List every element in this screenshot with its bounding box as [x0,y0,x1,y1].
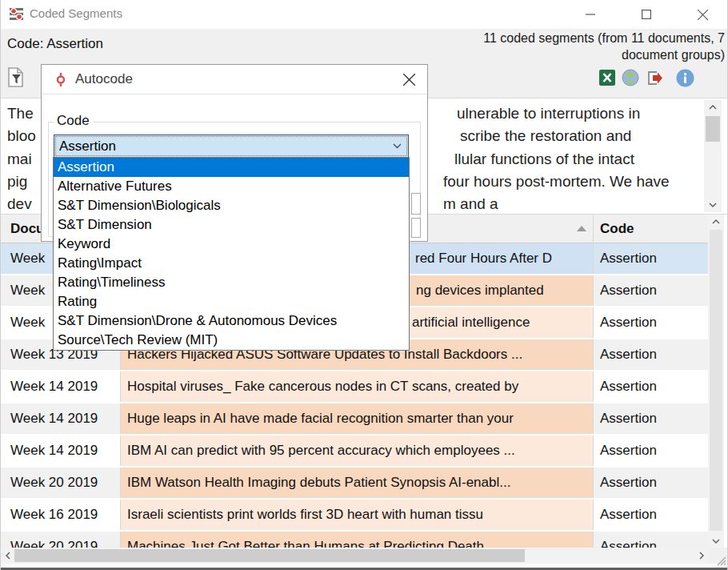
scroll-left-icon[interactable] [1,548,14,564]
table-vertical-scrollbar[interactable] [708,215,724,548]
preview-text: Machines Just Got Better than Humans at … [127,532,484,548]
dialog-close-icon[interactable] [403,74,415,86]
code-cell: Assertion [594,500,708,530]
scrollbar-thumb[interactable] [706,116,720,142]
table-row[interactable]: Week 20 2019IBM Watson Health Imaging de… [1,468,708,500]
text-fragment: bloo [7,127,36,145]
preview-text: Israeli scientists print worlds first 3D… [127,500,483,530]
dropdown-option[interactable]: S&T Dimension\Biologicals [54,196,409,215]
dialog-title: Autocode [75,71,133,87]
dropdown-option[interactable]: Alternative Futures [54,177,409,196]
code-cell: Assertion [594,339,708,370]
document-cell: Week 20 2019 [1,468,121,498]
table-row[interactable]: Week 14 2019Hospital viruses_ Fake cance… [1,371,708,403]
minimize-button[interactable] [582,6,598,22]
segment-count-summary: 11 coded segments (from 11 documents, 7 … [381,30,725,62]
code-cell: Assertion [594,243,708,274]
scrollbar-thumb[interactable] [710,230,722,531]
table-row[interactable]: Week 16 2019Israeli scientists print wor… [1,500,708,532]
preview-cell: IBM AI can predict with 95 percent accur… [121,436,594,466]
text-fragment: m and a [443,195,498,213]
dropdown-option[interactable]: Assertion [54,158,409,177]
document-filter-icon[interactable] [7,67,24,87]
preview-cell: Machines Just Got Better than Humans at … [121,532,594,548]
preview-text: Hospital viruses_ Fake cancerous nodes i… [127,371,518,402]
code-combobox[interactable]: Assertion [54,134,409,158]
combobox-value: Assertion [54,138,116,154]
close-button[interactable] [694,6,710,22]
preview-text: IBM AI can predict with 95 percent accur… [127,436,515,466]
hidden-control-edge [411,218,421,238]
maximize-button[interactable] [638,6,654,22]
coded-segments-icon [9,6,24,22]
code-cell: Assertion [594,403,708,434]
html-export-icon[interactable] [622,69,639,86]
dropdown-option[interactable]: S&T Dimension\Drone & Autonomous Devices [54,311,409,331]
scroll-up-icon[interactable] [704,100,722,114]
segment-count-line2: document groups) [381,46,725,62]
preview-cell: Huge leaps in AI have made facial recogn… [121,403,594,434]
preview-cell: Hospital viruses_ Fake cancerous nodes i… [121,371,594,402]
preview-text: artificial intelligence [412,307,530,338]
dropdown-option[interactable]: Rating [54,292,409,311]
export-icon[interactable] [646,69,663,86]
preview-cell: IBM Watson Health Imaging debuts Patient… [121,468,594,498]
code-dropdown-list: AssertionAlternative FuturesS&T Dimensio… [53,157,410,351]
active-code-label: Code: Assertion [7,36,103,52]
scroll-right-icon[interactable] [694,548,708,564]
dropdown-option[interactable]: Source\Tech Review (MIT) [54,331,409,350]
document-cell: Week 20 2019 [1,532,121,548]
autocode-icon [54,73,67,86]
hidden-control-edge [411,193,421,215]
text-fragment: llular functions of the intact [454,151,634,168]
dropdown-option[interactable]: S&T Dimension [54,215,409,235]
code-cell: Assertion [594,468,708,498]
preview-cell: Israeli scientists print worlds first 3D… [121,500,594,530]
preview-text: red Four Hours After D [415,243,552,274]
text-fragment: scribe the restoration and [460,127,631,145]
coded-segments-window: Coded Segments Code: Assertion 11 coded … [0,0,728,570]
dropdown-option[interactable]: Rating\Impact [54,254,409,273]
dropdown-option[interactable]: Keyword [54,235,409,254]
table-row[interactable]: Week 14 2019Huge leaps in AI have made f… [1,403,708,436]
text-fragment: four hours post-mortem. We have [443,173,670,191]
document-cell: Week 14 2019 [1,371,121,402]
text-scrollbar[interactable] [704,100,722,212]
text-fragment: pig [7,173,27,191]
column-header-code[interactable]: Code [594,215,708,243]
preview-text: IBM Watson Health Imaging debuts Patient… [127,468,510,498]
scroll-down-icon[interactable] [704,198,722,212]
text-fragment: ulnerable to interruptions in [457,105,640,122]
window-title: Coded Segments [30,6,122,20]
sort-ascending-icon [577,226,586,231]
dialog-title-bar[interactable]: Autocode [42,65,427,94]
document-cell: Week 14 2019 [1,436,121,466]
table-row[interactable]: Week 20 2019Machines Just Got Better tha… [1,532,708,548]
excel-export-icon[interactable] [598,69,616,86]
text-fragment: The [7,105,34,122]
text-fragment: dev [7,195,32,213]
code-cell: Assertion [594,275,708,306]
scroll-down-icon[interactable] [708,534,724,548]
segment-count-line1: 11 coded segments (from 11 documents, 7 [381,30,725,46]
code-cell: Assertion [594,436,708,466]
dropdown-option[interactable]: Rating\Timeliness [54,273,409,292]
document-cell: Week 16 2019 [1,500,121,530]
chevron-down-icon [393,143,402,149]
table-row[interactable]: Week 14 2019IBM AI can predict with 95 p… [1,436,708,468]
document-cell: Week 14 2019 [1,403,121,434]
scrollbar-thumb[interactable] [14,549,525,562]
preview-text: Huge leaps in AI have made facial recogn… [127,403,514,434]
preview-text: ng devices implanted [416,275,544,306]
scroll-up-icon[interactable] [708,215,724,228]
window-bottom-edge [1,564,728,570]
code-cell: Assertion [594,532,708,548]
text-fragment: mai [7,151,32,168]
table-horizontal-scrollbar[interactable] [1,548,708,564]
code-cell: Assertion [594,371,708,402]
code-cell: Assertion [594,307,708,338]
resize-grip-icon[interactable] [715,555,726,566]
title-bar: Coded Segments [1,0,728,29]
code-groupbox-label: Code [54,113,93,129]
info-icon[interactable] [676,69,694,86]
